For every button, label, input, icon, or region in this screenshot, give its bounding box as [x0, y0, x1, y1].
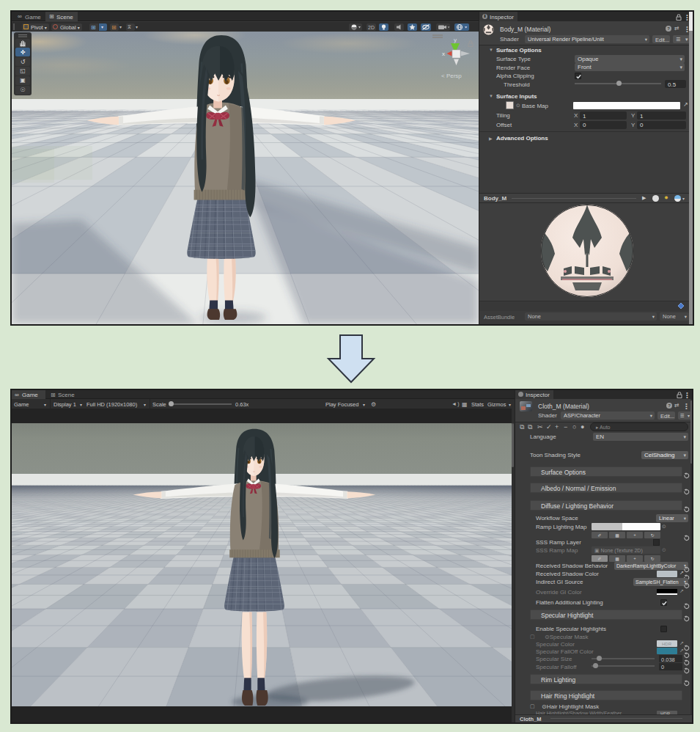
svg-text:2D: 2D	[368, 25, 375, 30]
svg-text:y: y	[454, 37, 457, 43]
svg-text:x: x	[442, 51, 445, 57]
